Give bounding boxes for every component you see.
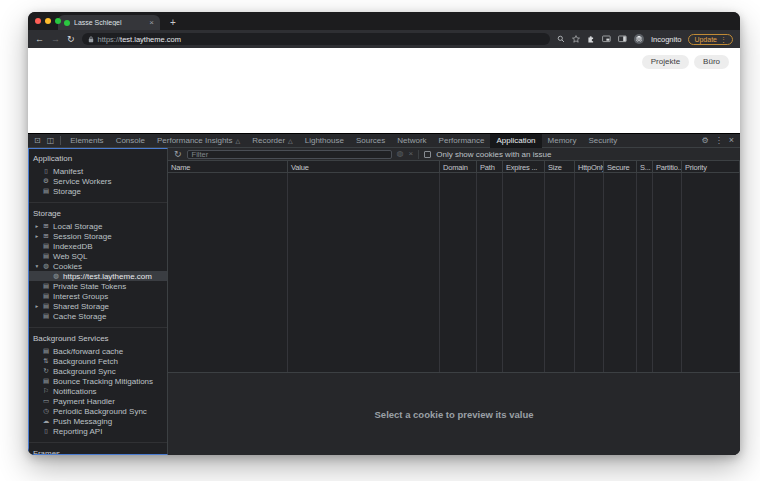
column-header-secure[interactable]: Secure bbox=[604, 161, 637, 172]
column-header-priority[interactable]: Priority bbox=[682, 161, 740, 172]
more-options-icon[interactable]: ⋮ bbox=[715, 137, 723, 145]
cookie-filter-input[interactable]: Filter bbox=[187, 150, 392, 159]
sidebar-item-private-state-tokens[interactable]: ▤Private State Tokens bbox=[29, 281, 167, 291]
column-body-httponly bbox=[575, 173, 604, 372]
chevron-right-icon[interactable]: ▸ bbox=[33, 303, 41, 309]
tab-bar: Lasse Schlegel × + bbox=[28, 12, 740, 30]
column-header-path[interactable]: Path bbox=[477, 161, 503, 172]
forward-icon[interactable]: → bbox=[51, 35, 60, 44]
sidebar-item-background-sync[interactable]: ↻Background Sync bbox=[29, 366, 167, 376]
minimize-window-button[interactable] bbox=[45, 18, 51, 24]
only-issue-checkbox[interactable] bbox=[424, 151, 431, 158]
gear-icon[interactable]: ⚙ bbox=[702, 137, 709, 145]
device-toolbar-icon[interactable]: ◫ bbox=[44, 137, 58, 145]
site-nav-buero[interactable]: Büro bbox=[694, 55, 729, 69]
sidebar-item-label: Periodic Background Sync bbox=[51, 407, 147, 416]
devtools-tab-performance-insights[interactable]: Performance Insights△ bbox=[151, 134, 246, 148]
address-bar[interactable]: https://test.laytheme.com bbox=[82, 33, 550, 45]
column-header-httponly[interactable]: HttpOnly bbox=[575, 161, 604, 172]
sidebar-section-title: Storage bbox=[29, 207, 167, 221]
inspect-element-icon[interactable]: ⊡ bbox=[31, 137, 44, 145]
sidebar-item-https-test-laytheme-com[interactable]: ◍https://test.laytheme.com bbox=[29, 271, 167, 281]
sidebar-item-push-messaging[interactable]: ☁Push Messaging bbox=[29, 416, 167, 426]
sidebar-item-web-sql[interactable]: ▤Web SQL bbox=[29, 251, 167, 261]
sidebar-item-label: Background Sync bbox=[51, 367, 116, 376]
zoom-window-button[interactable] bbox=[55, 18, 61, 24]
sidebar-item-local-storage[interactable]: ▸⊞Local Storage bbox=[29, 221, 167, 231]
back-icon[interactable]: ← bbox=[35, 35, 44, 44]
close-devtools-icon[interactable]: × bbox=[729, 136, 734, 145]
sidebar-item-bounce-tracking-mitigations[interactable]: ▤Bounce Tracking Mitigations bbox=[29, 376, 167, 386]
devtools-tab-lighthouse[interactable]: Lighthouse bbox=[299, 134, 350, 148]
tab-close-icon[interactable]: × bbox=[149, 19, 154, 27]
devtools-tab-application[interactable]: Application bbox=[490, 134, 541, 148]
chevron-right-icon[interactable]: ▸ bbox=[33, 223, 41, 229]
reload-icon[interactable]: ↻ bbox=[67, 35, 75, 44]
devtools-tab-elements[interactable]: Elements bbox=[64, 134, 109, 148]
sidebar-item-label: Session Storage bbox=[51, 232, 112, 241]
column-header-value[interactable]: Value bbox=[288, 161, 440, 172]
new-tab-button[interactable]: + bbox=[170, 18, 176, 28]
page-viewport: Projekte Büro bbox=[28, 48, 740, 133]
sidebar-item-label: Storage bbox=[51, 187, 81, 196]
delete-selected-icon[interactable]: × bbox=[409, 150, 414, 158]
chevron-down-icon[interactable]: ▾ bbox=[33, 263, 41, 269]
sidebar-item-cookies[interactable]: ▾◍Cookies bbox=[29, 261, 167, 271]
devtools-tab-performance[interactable]: Performance bbox=[433, 134, 491, 148]
column-header-expires[interactable]: Expires ... bbox=[503, 161, 545, 172]
sidebar-item-cache-storage[interactable]: ▤Cache Storage bbox=[29, 311, 167, 321]
side-panel-icon[interactable] bbox=[618, 35, 627, 43]
devtools-tab-sources[interactable]: Sources bbox=[350, 134, 391, 148]
devtools-tab-console[interactable]: Console bbox=[110, 134, 151, 148]
sidebar-item-reporting-api[interactable]: ▯Reporting API bbox=[29, 426, 167, 436]
database-icon: ▤ bbox=[41, 377, 51, 385]
sidebar-item-periodic-background-sync[interactable]: ◷Periodic Background Sync bbox=[29, 406, 167, 416]
column-header-name[interactable]: Name bbox=[168, 161, 288, 172]
picture-in-picture-icon[interactable] bbox=[602, 35, 611, 43]
search-icon[interactable] bbox=[557, 35, 565, 43]
site-nav: Projekte Büro bbox=[642, 55, 729, 69]
sidebar-item-shared-storage[interactable]: ▸▤Shared Storage bbox=[29, 301, 167, 311]
bookmark-star-icon[interactable] bbox=[572, 35, 580, 43]
refresh-cookies-icon[interactable]: ↻ bbox=[174, 150, 182, 159]
table-icon: ⊞ bbox=[41, 232, 51, 240]
sidebar-item-manifest[interactable]: ▯Manifest bbox=[29, 166, 167, 176]
column-header-s[interactable]: S... bbox=[637, 161, 653, 172]
update-button[interactable]: Update ⋮ bbox=[688, 34, 733, 45]
application-sidebar: Application▯Manifest⚙Service Workers▤Sto… bbox=[28, 148, 168, 455]
sidebar-item-background-fetch[interactable]: ⇅Background Fetch bbox=[29, 356, 167, 366]
cookie-table-body bbox=[168, 173, 740, 372]
devtools-tab-security[interactable]: Security bbox=[582, 134, 623, 148]
devtools-tab-recorder[interactable]: Recorder△ bbox=[246, 134, 299, 148]
sidebar-item-session-storage[interactable]: ▸⊞Session Storage bbox=[29, 231, 167, 241]
delete-all-cookies-icon[interactable]: ◍ bbox=[397, 150, 404, 158]
column-header-partitio[interactable]: Partitio... bbox=[653, 161, 682, 172]
sidebar-item-interest-groups[interactable]: ▤Interest Groups bbox=[29, 291, 167, 301]
site-nav-projekte[interactable]: Projekte bbox=[642, 55, 689, 69]
incognito-avatar[interactable] bbox=[634, 34, 644, 44]
sidebar-item-back-forward-cache[interactable]: ▤Back/forward cache bbox=[29, 346, 167, 356]
site-favicon bbox=[64, 20, 70, 26]
column-body-s bbox=[637, 173, 653, 372]
devtools-tab-network[interactable]: Network bbox=[391, 134, 432, 148]
tab-label: Recorder bbox=[252, 136, 285, 145]
table-icon: ⊞ bbox=[41, 222, 51, 230]
column-header-domain[interactable]: Domain bbox=[440, 161, 477, 172]
browser-tab[interactable]: Lasse Schlegel × bbox=[58, 15, 160, 30]
sidebar-item-indexeddb[interactable]: ▤IndexedDB bbox=[29, 241, 167, 251]
sidebar-item-service-workers[interactable]: ⚙Service Workers bbox=[29, 176, 167, 186]
sidebar-item-notifications[interactable]: ⚐Notifications bbox=[29, 386, 167, 396]
update-label: Update bbox=[694, 36, 717, 43]
clock-icon: ◷ bbox=[41, 407, 51, 415]
close-window-button[interactable] bbox=[35, 18, 41, 24]
sidebar-item-label: Cache Storage bbox=[51, 312, 106, 321]
sidebar-item-storage[interactable]: ▤Storage bbox=[29, 186, 167, 196]
devtools-tab-memory[interactable]: Memory bbox=[542, 134, 583, 148]
column-header-size[interactable]: Size bbox=[545, 161, 575, 172]
cookies-pane: ↻ Filter ◍ × Only show cookies with an i… bbox=[168, 148, 740, 455]
tab-title: Lasse Schlegel bbox=[74, 19, 145, 26]
column-body-priority bbox=[682, 173, 740, 372]
extensions-icon[interactable] bbox=[587, 35, 595, 43]
chevron-right-icon[interactable]: ▸ bbox=[33, 233, 41, 239]
sidebar-item-payment-handler[interactable]: ▭Payment Handler bbox=[29, 396, 167, 406]
